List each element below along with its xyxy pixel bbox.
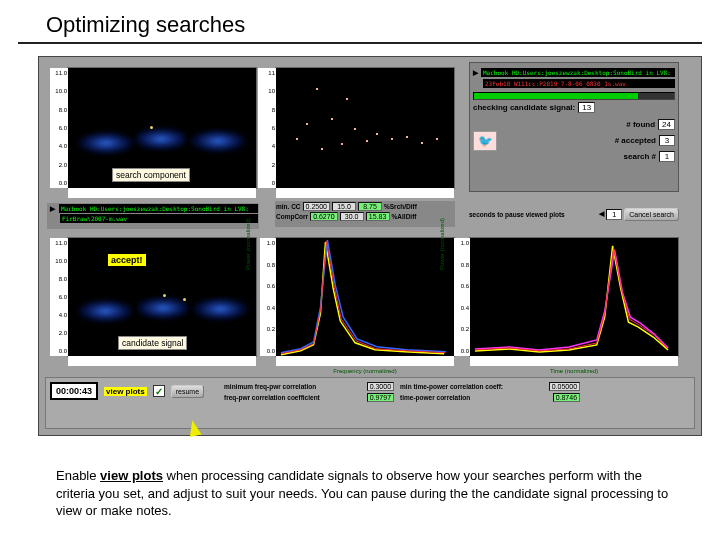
num-found: 24 xyxy=(658,119,675,130)
x-axis xyxy=(68,356,256,366)
freqpwr-corr-coeff: 0.9797 xyxy=(367,393,394,402)
pause-controls: seconds to pause viewed plots ◀ 1 Cancel… xyxy=(469,201,679,227)
y-axis: 1.00.8 0.60.4 0.20.0 xyxy=(454,238,470,356)
arrow-icon xyxy=(186,419,201,437)
y-axis: 1110 86 42 0 xyxy=(258,68,276,188)
power-freq-plot: 1.00.8 0.60.4 0.20.0 Power (normalized) … xyxy=(275,237,455,357)
compcorr-value: 0.6270 xyxy=(310,212,337,221)
pause-seconds[interactable]: 1 xyxy=(606,209,622,220)
db2-value[interactable]: 30.0 xyxy=(340,212,364,221)
x-axis xyxy=(276,356,454,366)
scatter-panel: 1110 86 42 0 xyxy=(275,67,455,189)
x-axis xyxy=(470,356,678,366)
info-panel: ▶Macbook HD:Users:joeszewzak:Desktop:Son… xyxy=(469,62,679,192)
num-accepted: 3 xyxy=(659,135,675,146)
source-path-2: 23Feb10 W111cc:P2019_7-8-06_0830_1s.wav xyxy=(483,79,675,88)
db1-value[interactable]: 15.0 xyxy=(332,202,356,211)
bird-icon: 🐦 xyxy=(473,131,497,151)
accept-badge: accept! xyxy=(108,254,146,266)
x-axis-label: Frequency (normalized) xyxy=(333,368,396,374)
y-axis: 11.010.0 8.06.0 4.02.0 0.0 xyxy=(50,238,68,356)
app-window: 11.010.0 8.06.0 4.02.0 0.0 search compon… xyxy=(38,56,702,436)
view-plots-checkbox[interactable]: ✓ xyxy=(153,385,165,397)
min-freqpwr-corr[interactable]: 0.3000 xyxy=(367,382,394,391)
x-axis xyxy=(276,188,454,198)
correlation-controls: min. CC 0.2500 15.0 8.75 %Srch/Diff Comp… xyxy=(275,201,455,227)
y-axis: 1.00.8 0.60.4 0.20.0 xyxy=(260,238,276,356)
file-path-panel: ▶Macbook HD:Users:joeszewzak:Desktop:Son… xyxy=(47,203,259,229)
min-cc-value[interactable]: 0.2500 xyxy=(303,202,330,211)
y-axis-label: Power (normalized) xyxy=(439,218,445,270)
slide-caption: Enable view plots when processing candid… xyxy=(56,467,684,520)
page-title: Optimizing searches xyxy=(18,0,702,44)
spectrogram-search-component: 11.010.0 8.06.0 4.02.0 0.0 search compon… xyxy=(67,67,257,189)
elapsed-timer: 00:00:43 xyxy=(50,382,98,400)
min-timepwr-corr[interactable]: 0.05000 xyxy=(549,382,580,391)
status-label: checking candidate signal: xyxy=(473,103,575,112)
resume-button[interactable]: resume xyxy=(171,385,204,398)
y-axis: 11.010.0 8.06.0 4.02.0 0.0 xyxy=(50,68,68,188)
timepwr-corr: 0.8746 xyxy=(553,393,580,402)
y-axis-label: Power (normalized) xyxy=(245,218,251,270)
status-number: 13 xyxy=(578,102,595,113)
x-axis-label: Time (normalized) xyxy=(550,368,598,374)
pct-srchdiff-value: 8.75 xyxy=(358,202,382,211)
spectrogram-label: candidate signal xyxy=(118,336,187,350)
source-path-1: Macbook HD:Users:joeszewzak:Desktop:Sono… xyxy=(481,68,675,77)
file-path-2: FirBraw\2007-m.wav xyxy=(60,214,258,223)
cancel-search-button[interactable]: Cancel search xyxy=(624,208,679,221)
progress-bar xyxy=(473,92,675,100)
file-path-1: Macbook HD:Users:joeszewzak:Desktop:Sono… xyxy=(59,204,258,213)
view-plots-label: view plots xyxy=(104,387,147,396)
spectrogram-label: search component xyxy=(112,168,190,182)
x-axis xyxy=(68,188,256,198)
spectrogram-candidate-signal: 11.010.0 8.06.0 4.02.0 0.0 accept! candi… xyxy=(67,237,257,357)
power-time-plot: 1.00.8 0.60.4 0.20.0 Power (normalized) … xyxy=(469,237,679,357)
bottom-controls: 00:00:43 view plots ✓ resume minimum fre… xyxy=(45,377,695,429)
num-search: 1 xyxy=(659,151,675,162)
pct-alldiff-value: 15.83 xyxy=(366,212,390,221)
